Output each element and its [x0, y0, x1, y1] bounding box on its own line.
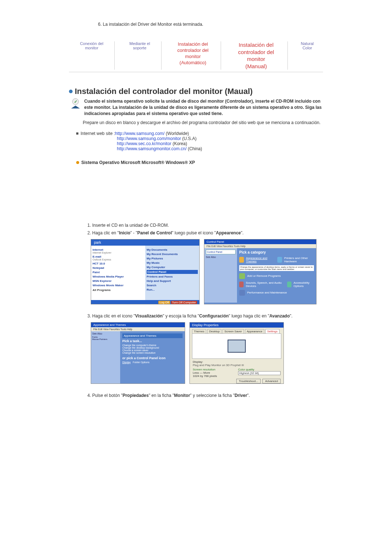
orange-bullet-icon [76, 161, 79, 164]
tab-driver-auto[interactable]: Instalación del controlador del monitor … [165, 41, 221, 70]
note-icon: ✓ [71, 98, 81, 108]
tab-conexion[interactable]: Conexión del monitor [69, 41, 115, 70]
screenshot-appearance-themes: Appearance and Themes File Edit View Fav… [91, 322, 185, 384]
loc-china: (China) [187, 146, 202, 151]
screenshot-display-properties: Display Properties Themes Desktop Screen… [189, 322, 284, 384]
bullet-icon [69, 90, 73, 93]
step-1: Inserte el CD en la unidad de CD-ROM. [92, 222, 323, 229]
square-bullet-icon [76, 132, 78, 135]
tab-natural-color[interactable]: Natural Color [291, 41, 323, 70]
loc-usa: (U.S.A) [181, 136, 197, 141]
screenshot-control-panel: Control Panel File Edit View Favorites T… [204, 239, 317, 304]
tab-driver-manual[interactable]: Instalación del controlador del monitor … [225, 41, 288, 70]
internet-line: Internet web site :http://www.samsung.co… [81, 131, 189, 136]
note-plain-text: Prepare un disco en blanco y descargue e… [83, 120, 323, 125]
step-2: Haga clic en "Inicio" - "Panel de Contro… [92, 230, 323, 236]
section-heading: Instalación del controlador del monitor … [75, 87, 253, 96]
step-4: Pulse el botón "Propiedades" en la ficha… [92, 393, 323, 399]
tab-soporte[interactable]: Mediante el soporte [118, 41, 162, 70]
link-worldwide[interactable]: http://www.samsung.com/ [115, 131, 165, 136]
step-6-text: 6. La instalación del Driver del Monitor… [98, 22, 323, 27]
step-3: Haga clic en el icono "Visualización" y … [92, 313, 323, 319]
link-china[interactable]: http://www.samsungmonitor.com.cn/ [117, 146, 187, 151]
section-tabs: Conexión del monitor Mediante el soporte… [69, 41, 323, 72]
note-bold-text: Cuando el sistema operativo solicite la … [84, 98, 323, 116]
os-subheading: Sistema Operativo Microsoft Microsoft® W… [76, 160, 323, 165]
start-user: park [91, 239, 199, 246]
link-usa[interactable]: http://www.samsung.com/monitor [117, 136, 181, 141]
loc-korea: (Korea) [171, 141, 187, 146]
screenshot-start-menu: park InternetInternet Explorer E-mailOut… [91, 239, 200, 304]
link-korea[interactable]: http://www.sec.co.kr/monitor [117, 141, 171, 146]
